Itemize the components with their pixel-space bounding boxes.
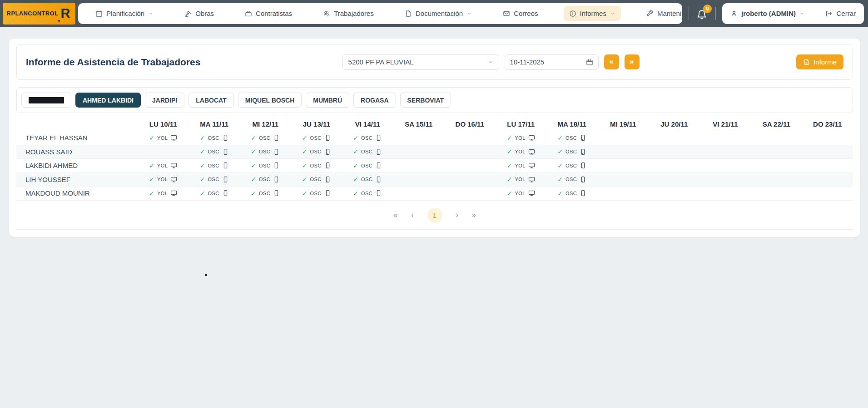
user-area: jroberto (ADMIN) Cerrar — [722, 3, 864, 24]
pagination: « ‹ 1 › » — [16, 208, 853, 223]
table-header-row: LU 10/11MA 11/11MI 12/11JU 13/11VI 14/11… — [16, 118, 853, 131]
check-icon: ✓ — [251, 176, 256, 182]
date-column-header: VI 21/11 — [700, 120, 751, 128]
attendance-code: OSC — [310, 191, 322, 196]
logout-button[interactable]: Cerrar — [825, 10, 856, 17]
nav-menu-item-informes[interactable]: Informes — [564, 6, 621, 21]
mobile-icon — [273, 134, 280, 141]
contractor-tab-label: AHMED LAKBIDI — [83, 97, 134, 104]
chevron-down-icon — [148, 11, 154, 16]
contractor-tab[interactable]: SERBOVIAT — [400, 93, 451, 108]
divider — [715, 7, 716, 20]
date-column-header: MA 18/11 — [546, 120, 598, 128]
check-icon: ✓ — [302, 148, 308, 155]
user-name: jroberto (ADMIN) — [741, 10, 796, 17]
contractor-tab[interactable]: MIQUEL BOSCH — [238, 93, 302, 108]
nav-menu-item-trabajadores[interactable]: Trabajadores — [317, 6, 379, 21]
attendance-code: YOL — [515, 149, 526, 154]
nav-menu-item-correos[interactable]: Correos — [497, 6, 543, 21]
date-column-header: DO 16/11 — [444, 120, 496, 128]
contractor-tab[interactable]: AHMED LAKBIDI — [75, 93, 141, 108]
notifications-button[interactable]: 0 — [696, 7, 708, 20]
pagination-last[interactable]: » — [472, 211, 476, 219]
mobile-icon — [222, 148, 229, 155]
mobile-icon — [580, 162, 586, 169]
attendance-cell: ✓ YOL — [138, 176, 189, 183]
attendance-cell: ✓ YOL — [496, 148, 547, 155]
attendance-cell: ✓ OSC — [342, 162, 393, 169]
mobile-icon — [273, 190, 280, 197]
app-logo[interactable]: RPLANCONTROL R — [3, 3, 75, 25]
check-icon: ✓ — [557, 135, 563, 141]
date-value: 10-11-2025 — [510, 58, 545, 66]
nav-menu-item-documentación[interactable]: Documentación — [399, 6, 477, 21]
user-menu[interactable]: jroberto (ADMIN) — [730, 10, 805, 17]
attendance-cell: ✓ OSC — [291, 190, 342, 197]
mobile-icon — [222, 162, 229, 169]
check-icon: ✓ — [200, 190, 205, 197]
pagination-next[interactable]: › — [456, 211, 458, 219]
nav-menu-item-planificación[interactable]: Planificación — [90, 6, 159, 21]
nav-menu-item-obras[interactable]: Obras — [179, 6, 219, 21]
attendance-code: OSC — [565, 149, 577, 154]
contractor-tab-label: MUMBRÚ — [313, 97, 342, 104]
attendance-cell: ✓ OSC — [240, 134, 291, 141]
contractor-tab[interactable]: MUMBRÚ — [306, 93, 349, 108]
attendance-cell: ✓ OSC — [189, 176, 240, 183]
report-button[interactable]: Informe — [796, 54, 843, 69]
mobile-icon — [222, 176, 229, 183]
attendance-cell: ✓ OSC — [240, 190, 291, 197]
attendance-code: YOL — [157, 163, 168, 168]
contractor-tab[interactable]: LABOCAT — [188, 93, 233, 108]
attendance-code: OSC — [310, 135, 322, 141]
attendance-code: YOL — [515, 177, 526, 182]
attendance-cell: ✓ OSC — [546, 190, 598, 197]
next-week-button[interactable]: » — [625, 54, 640, 69]
attendance-code: YOL — [515, 135, 526, 141]
redacted-label — [29, 97, 64, 103]
pagination-prev[interactable]: ‹ — [411, 211, 413, 219]
attendance-cell: ✓ OSC — [189, 148, 240, 155]
contractor-tab-label: MIQUEL BOSCH — [245, 97, 295, 104]
attendance-cell: ✓ OSC — [342, 148, 393, 155]
contractor-tab[interactable]: ROGASA — [353, 93, 396, 108]
users-icon — [323, 10, 330, 17]
worker-name: ROUASS SAID — [16, 148, 138, 156]
project-select[interactable]: 5200 PF PA FLUVIAL — [342, 54, 499, 70]
pagination-page-1[interactable]: 1 — [427, 208, 442, 223]
report-card: Informe de Asistencia de Trabajadores 52… — [9, 39, 860, 237]
check-icon: ✓ — [200, 135, 205, 141]
table-row: LAKBIDI AHMED ✓ YOL ✓ OSC ✓ OSC — [16, 159, 853, 173]
logo-text: RPLANCONTROL — [7, 10, 59, 17]
attendance-code: OSC — [361, 149, 372, 154]
desktop-icon — [170, 162, 177, 169]
desktop-icon — [528, 162, 535, 169]
attendance-code: OSC — [259, 191, 270, 196]
attendance-cell: ✓ YOL — [496, 134, 547, 141]
date-input[interactable]: 10-11-2025 — [505, 54, 599, 70]
calendar-icon — [95, 10, 103, 17]
contractor-tab[interactable]: JARDIPI — [145, 93, 184, 108]
check-icon: ✓ — [507, 162, 512, 169]
briefcase-icon — [245, 10, 252, 17]
contractor-tab-redacted[interactable] — [21, 93, 71, 108]
mobile-icon — [580, 176, 586, 183]
nav-menu-item-contratistas[interactable]: Contratistas — [239, 6, 298, 21]
prev-week-button[interactable]: « — [604, 54, 619, 69]
attendance-cell: ✓ OSC — [189, 162, 240, 169]
desktop-icon — [528, 134, 535, 141]
attendance-cell: ✓ OSC — [342, 190, 393, 197]
notification-badge: 0 — [703, 5, 712, 13]
file-icon — [803, 59, 810, 65]
mobile-icon — [375, 176, 382, 183]
report-button-label: Informe — [813, 58, 837, 66]
desktop-icon — [528, 148, 535, 155]
worker-name: LAKBIDI AHMED — [16, 162, 138, 169]
nav-item-label: Obras — [195, 10, 214, 17]
pagination-first[interactable]: « — [393, 211, 397, 219]
table-row: MAKDOUD MOUNIR ✓ YOL ✓ OSC ✓ OSC — [16, 187, 853, 201]
mobile-icon — [580, 190, 586, 197]
attendance-code: OSC — [310, 149, 322, 154]
date-column-header: LU 17/11 — [496, 120, 547, 128]
contractor-tab-label: JARDIPI — [152, 97, 177, 104]
